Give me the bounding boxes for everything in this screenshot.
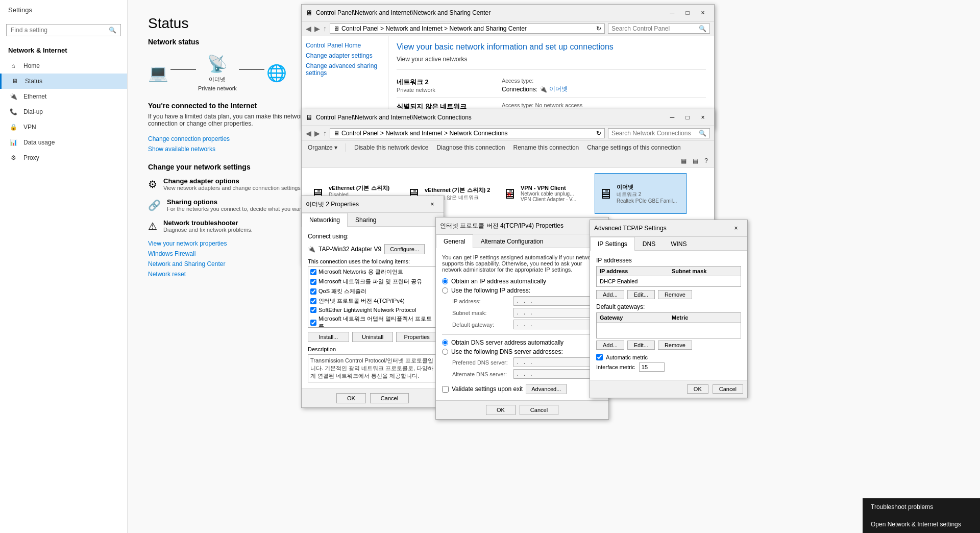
tcp-ip-input[interactable] [513, 296, 602, 306]
nc-forward-btn[interactable]: ▶ [314, 129, 320, 137]
tcp-dns-following-radio[interactable]: Use the following DNS server addresses: [442, 348, 602, 355]
sidebar-item-status[interactable]: 🖥 Status [0, 74, 127, 89]
tcp-alt-dns-input[interactable] [513, 369, 602, 379]
nc-minimize-btn[interactable]: ─ [665, 112, 679, 123]
eth-uninstall-btn[interactable]: Uninstall [352, 332, 394, 342]
cp-adapter-link[interactable]: Change adapter settings [306, 51, 384, 61]
cp-back-btn[interactable]: ◀ [306, 25, 311, 33]
sidebar-item-dialup[interactable]: 📞 Dial-up [0, 104, 127, 119]
nc-change-settings-btn[interactable]: Change settings of this connection [585, 143, 682, 152]
eth-items-list: Microsoft Networks 용 클라이언트 Microsoft 네트워… [308, 266, 437, 328]
troubleshooter-title[interactable]: Network troubleshooter [163, 219, 253, 227]
eth-tab-networking[interactable]: Networking [302, 213, 348, 227]
eth-cancel-btn[interactable]: Cancel [370, 393, 409, 403]
adv-close-btn[interactable]: × [729, 223, 743, 233]
nc-item-eth[interactable]: 🖥 이더넷 네트워크 2 Realtek PCIe GBE Famil... [595, 173, 687, 214]
sidebar-item-vpn[interactable]: 🔒 VPN [0, 119, 127, 135]
eth-action-buttons: Install... Uninstall Properties [308, 332, 437, 342]
adv-ok-btn[interactable]: OK [687, 384, 708, 394]
sidebar-item-label: Data usage [23, 139, 55, 146]
adv-ip-buttons: Add... Edit... Remove [596, 290, 741, 299]
tcp-dns-following-label: Use the following DNS server addresses: [451, 348, 563, 355]
cp-up-btn[interactable]: ↑ [323, 25, 327, 33]
nc-help-btn[interactable]: ? [702, 156, 710, 165]
adv-tab-ip[interactable]: IP Settings [590, 237, 635, 251]
adv-gw-remove-btn[interactable]: Remove [658, 341, 692, 350]
tcp-preferred-dns-input[interactable] [513, 357, 602, 367]
cp-refresh-icon[interactable]: ↻ [596, 25, 601, 32]
sidebar-item-data-usage[interactable]: 📊 Data usage [0, 135, 127, 150]
tcp-dns-auto-radio[interactable]: Obtain DNS server address automatically [442, 339, 602, 346]
tcp-gateway-input[interactable] [513, 320, 602, 329]
nc-refresh-icon[interactable]: ↻ [596, 130, 601, 137]
eth-properties-btn[interactable]: Properties [396, 332, 437, 342]
nc-view-btn-2[interactable]: ▤ [691, 156, 700, 165]
nc-back-btn[interactable]: ◀ [306, 129, 311, 137]
nc-disable-btn[interactable]: Disable this network device [352, 143, 430, 152]
cp-close-btn[interactable]: × [696, 8, 710, 18]
nc-close-btn[interactable]: × [696, 112, 710, 123]
connection-link-1[interactable]: 이더넷 [549, 85, 568, 93]
eth-props-title: 이더넷 2 Properties [306, 200, 359, 209]
adapter-title[interactable]: Change adapter options [163, 177, 302, 185]
settings-search-input[interactable] [11, 27, 109, 34]
eth-tab-sharing[interactable]: Sharing [348, 213, 384, 227]
tcp-obtain-auto-radio[interactable]: Obtain an IP address automatically [442, 278, 602, 285]
nc-search-box[interactable]: 🔍 [608, 128, 710, 138]
adv-dhcp-label: DHCP Enabled [600, 278, 638, 284]
nc-view-btn-1[interactable]: ▦ [679, 156, 689, 165]
eth-list-item-5: Microsoft 네트워크 어댑터 멀티플렉서 프로토콜 [308, 314, 437, 328]
nc-item-vpn[interactable]: 🖥✕ VPN - VPN Client Network cable unplug… [499, 173, 591, 214]
adv-interface-metric-input[interactable] [639, 362, 665, 372]
adv-tab-wins[interactable]: WINS [663, 237, 694, 251]
cp-minimize-btn[interactable]: ─ [665, 8, 679, 18]
adv-cancel-btn[interactable]: Cancel [713, 384, 743, 394]
cp-sharing-link[interactable]: Change advanced sharing settings [306, 61, 384, 78]
cp-search-input[interactable] [611, 25, 699, 32]
tcp-validate-checkbox[interactable] [442, 386, 449, 393]
cp-address-text: Control Panel > Network and Internet > N… [341, 25, 527, 32]
eth-ok-btn[interactable]: OK [336, 393, 366, 403]
eth-adapter-row: 🔌 TAP-Win32 Adapter V9 Configure... [308, 244, 437, 254]
sidebar-item-home[interactable]: ⌂ Home [0, 58, 127, 74]
router-icon: 📡 이더넷 Private network [198, 54, 237, 91]
context-item-troubleshoot[interactable]: Troubleshoot problems [863, 498, 980, 516]
cp-home-link[interactable]: Control Panel Home [306, 40, 384, 51]
sidebar-item-proxy[interactable]: ⚙ Proxy [0, 150, 127, 165]
tcp-advanced-btn[interactable]: Advanced... [526, 384, 567, 394]
eth-list-item-4: SoftEther Lightweight Network Protocol [308, 306, 437, 314]
cp-search-box[interactable]: 🔍 [608, 23, 710, 34]
eth-configure-btn[interactable]: Configure... [384, 244, 425, 254]
adv-ip-edit-btn[interactable]: Edit... [627, 290, 655, 299]
adv-interface-metric-label: Interface metric [596, 364, 635, 370]
context-item-open-settings[interactable]: Open Network & Internet settings [863, 516, 980, 533]
cp-maximize-btn[interactable]: □ [680, 8, 695, 18]
adv-gw-edit-btn[interactable]: Edit... [627, 341, 655, 350]
nc-maximize-btn[interactable]: □ [680, 112, 695, 123]
tcp-ok-btn[interactable]: OK [486, 405, 516, 415]
eth-props-close-btn[interactable]: × [425, 199, 439, 209]
nc-diagnose-btn[interactable]: Diagnose this connection [434, 143, 507, 152]
access-label-1: Access type: [502, 78, 706, 84]
tcp-tab-general[interactable]: General [436, 234, 473, 248]
sidebar-item-ethernet[interactable]: 🔌 Ethernet [0, 89, 127, 104]
nc-search-input[interactable] [611, 130, 699, 137]
adapter-desc: View network adapters and change connect… [163, 185, 302, 191]
eth-install-btn[interactable]: Install... [308, 332, 349, 342]
nc-organize-btn[interactable]: Organize ▾ [306, 143, 339, 152]
cp-address-bar[interactable]: 🖥 Control Panel > Network and Internet >… [330, 23, 605, 34]
tcp-subnet-input[interactable] [513, 308, 602, 318]
adv-tab-dns[interactable]: DNS [635, 237, 663, 251]
nc-rename-btn[interactable]: Rename this connection [511, 143, 581, 152]
adv-ip-remove-btn[interactable]: Remove [658, 290, 692, 299]
tcp-cancel-btn[interactable]: Cancel [520, 405, 558, 415]
adv-ip-add-btn[interactable]: Add... [596, 290, 624, 299]
cp-forward-btn[interactable]: ▶ [314, 25, 320, 33]
settings-search-box[interactable]: 🔍 [6, 24, 121, 36]
nc-address-bar[interactable]: 🖥 Control Panel > Network and Internet >… [330, 128, 605, 138]
nc-up-btn[interactable]: ↑ [323, 129, 327, 137]
tcp-use-following-radio[interactable]: Use the following IP address: [442, 287, 602, 294]
tcp-tab-alt[interactable]: Alternate Configuration [473, 234, 551, 248]
adv-gw-add-btn[interactable]: Add... [596, 341, 624, 350]
adv-auto-metric-checkbox[interactable] [596, 354, 603, 360]
